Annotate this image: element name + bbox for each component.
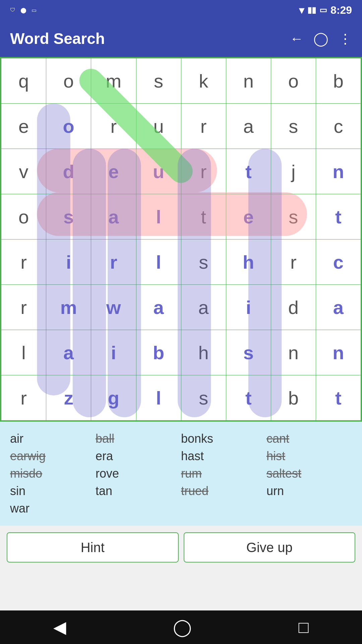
grid-cell[interactable]: r [181,149,226,194]
grid-cell[interactable]: j [271,149,316,194]
grid-cell[interactable]: u [136,149,181,194]
grid-cell[interactable]: r [91,104,136,149]
grid-cell[interactable]: v [1,149,46,194]
grid-cell[interactable]: l [136,194,181,239]
grid-cell[interactable]: o [271,58,316,104]
grid-cell[interactable]: h [226,239,271,285]
signal-icon: ▮▮ [307,5,316,15]
grid-cell[interactable]: m [91,58,136,104]
grid-cell[interactable]: e [91,149,136,194]
grid-cell[interactable]: n [226,58,271,104]
grid-cell[interactable]: l [136,375,181,421]
help-icon[interactable]: ◯ [313,31,328,46]
word-item: tan [96,484,181,498]
word-item: era [96,449,181,463]
grid-cell[interactable]: b [271,375,316,421]
grid-cell[interactable]: m [46,285,91,330]
grid-cell[interactable]: b [136,330,181,375]
grid-cell[interactable]: a [316,285,361,330]
word-item: air [10,432,96,446]
grid-cell[interactable]: e [1,104,46,149]
grid-cell[interactable]: u [136,104,181,149]
grid-cell[interactable]: d [46,149,91,194]
grid-cell[interactable]: l [1,330,46,375]
grid-cell[interactable]: a [226,104,271,149]
grid-cell[interactable]: s [181,239,226,285]
sim-icon: ▭ [32,7,37,13]
grid-cell[interactable]: o [46,104,91,149]
word-item: earwig [10,449,96,463]
words-container: airballbonkscantearwigerahasthistmisdoro… [0,422,362,526]
grid-cell[interactable]: c [316,239,361,285]
status-bar-left: 🛡 ⬤ ▭ [10,7,37,13]
word-item: hist [266,449,352,463]
word-item: misdo [10,467,96,481]
grid-cell[interactable]: o [46,58,91,104]
grid-cell[interactable]: s [271,104,316,149]
word-item: sin [10,484,96,498]
grid-cell[interactable]: a [91,194,136,239]
status-bar: 🛡 ⬤ ▭ ▾ ▮▮ ▭ 8:29 [0,0,362,20]
grid-cell[interactable]: d [271,285,316,330]
grid-cell[interactable]: g [91,375,136,421]
grid-cell[interactable]: b [316,58,361,104]
status-bar-right: ▾ ▮▮ ▭ 8:29 [299,4,352,16]
time-display: 8:29 [330,4,352,16]
more-icon[interactable]: ⋮ [339,31,352,46]
grid-cell[interactable]: i [91,330,136,375]
recents-nav-icon[interactable]: □ [298,618,308,637]
grid-cell[interactable]: t [316,194,361,239]
grid-cell[interactable]: r [1,375,46,421]
grid-cell[interactable]: o [1,194,46,239]
grid-cell[interactable]: r [271,239,316,285]
grid-cell[interactable]: t [226,149,271,194]
grid-cell[interactable]: r [1,239,46,285]
grid-cell[interactable]: s [226,330,271,375]
grid-cell[interactable]: t [316,375,361,421]
hint-button[interactable]: Hint [7,532,179,562]
word-item: war [10,501,96,516]
grid-cell[interactable]: r [91,239,136,285]
word-search-grid[interactable]: qomsknobeorurascvdeurtjnosaltestrirlshrc… [0,57,362,422]
grid-cell[interactable]: s [181,375,226,421]
grid-cell[interactable]: z [46,375,91,421]
grid-cell[interactable]: n [271,330,316,375]
grid-cell[interactable]: s [136,58,181,104]
grid-cell[interactable]: k [181,58,226,104]
giveup-button[interactable]: Give up [184,532,356,562]
back-nav-icon[interactable]: ◀ [53,618,66,637]
word-item: saltest [266,467,352,481]
grid-cell[interactable]: c [316,104,361,149]
word-item: hast [181,449,266,463]
grid-cell[interactable]: q [1,58,46,104]
grid-cell[interactable]: r [181,104,226,149]
grid-cell[interactable]: n [316,149,361,194]
grid-cell[interactable]: n [316,330,361,375]
grid-cell[interactable]: i [46,239,91,285]
home-nav-icon[interactable]: ◯ [173,618,192,637]
word-item: rove [96,467,181,481]
word-item: urn [266,484,352,498]
grid-cell[interactable]: a [46,330,91,375]
grid-cell[interactable]: t [181,194,226,239]
grid-cell[interactable]: r [1,285,46,330]
grid-cell[interactable]: l [136,239,181,285]
grid-cell[interactable]: s [46,194,91,239]
grid-cell[interactable]: e [226,194,271,239]
word-item: cant [266,432,352,446]
grid-cell[interactable]: s [271,194,316,239]
grid-cell[interactable]: w [91,285,136,330]
app-bar: Word Search ← ◯ ⋮ [0,20,362,57]
grid-table: qomsknobeorurascvdeurtjnosaltestrirlshrc… [1,58,361,421]
word-item: rum [181,467,266,481]
grid-cell[interactable]: a [181,285,226,330]
words-grid: airballbonkscantearwigerahasthistmisdoro… [10,432,352,516]
grid-cell[interactable]: t [226,375,271,421]
nav-bar: ◀ ◯ □ [0,610,362,644]
grid-cell[interactable]: i [226,285,271,330]
grid-cell[interactable]: a [136,285,181,330]
grid-cell[interactable]: h [181,330,226,375]
back-icon[interactable]: ← [290,31,303,46]
buttons-row: Hint Give up [0,526,362,569]
app-title: Word Search [10,30,283,48]
